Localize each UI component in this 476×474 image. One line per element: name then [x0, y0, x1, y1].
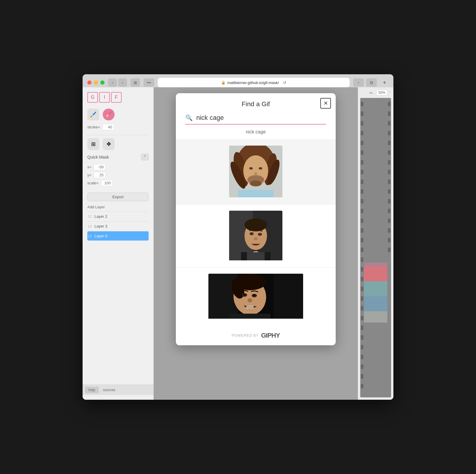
gif-1-image — [229, 146, 282, 197]
reload-icon: ↺ — [283, 80, 286, 85]
svg-rect-65 — [361, 365, 363, 369]
sidebar-icon: ⊞ — [134, 80, 137, 85]
svg-rect-43 — [361, 150, 363, 155]
svg-rect-26 — [274, 274, 303, 319]
new-tab-button[interactable]: + — [380, 78, 389, 87]
traffic-lights — [87, 80, 104, 85]
add-layer-button[interactable]: Add Layer — [87, 205, 149, 209]
svg-rect-47 — [361, 189, 363, 194]
svg-rect-76 — [388, 180, 390, 184]
layer-grip-3 — [89, 225, 92, 228]
modal-close-button[interactable]: ✕ — [320, 98, 331, 109]
width-dropdown-icon: ⌃ — [389, 91, 391, 94]
svg-rect-40 — [361, 121, 363, 125]
export-button[interactable]: Export — [87, 193, 149, 201]
search-input[interactable] — [196, 114, 326, 122]
stroke-value[interactable]: 40 — [102, 124, 114, 130]
gif-item-1[interactable] — [176, 139, 336, 204]
grid-tool[interactable]: ⊞ — [87, 138, 99, 150]
svg-rect-88 — [364, 311, 387, 323]
powered-by-section: POWERED BY GIPHY — [176, 326, 336, 345]
scale-value[interactable]: 100 — [101, 180, 113, 186]
svg-point-33 — [253, 294, 255, 296]
x-row: x= -59 — [87, 164, 149, 170]
svg-rect-35 — [246, 306, 254, 309]
svg-rect-74 — [388, 160, 390, 165]
svg-rect-52 — [361, 238, 363, 242]
tabs-icon: ••• — [147, 80, 151, 85]
layer-item-0[interactable]: Layer 0 — [87, 231, 149, 241]
svg-rect-57 — [361, 287, 363, 291]
svg-rect-53 — [361, 248, 363, 252]
sidebar-toggle-button[interactable]: ⊞ — [131, 78, 140, 87]
svg-rect-50 — [361, 218, 363, 223]
gif-item-2[interactable] — [176, 204, 336, 267]
svg-point-19 — [258, 233, 262, 236]
app-main: Find a Gif ✕ 🔍 nick cage — [154, 87, 358, 400]
y-label: y= — [87, 173, 91, 177]
y-row: y= 25 — [87, 172, 149, 178]
address-bar[interactable]: 🔒 mattbierner.github.io/gif-mask/ ↺ — [158, 78, 350, 87]
svg-rect-80 — [388, 218, 390, 223]
back-icon: ‹ — [112, 80, 113, 85]
layer-0-label: Layer 0 — [94, 234, 107, 238]
eraser-tool[interactable]: 🧹 — [103, 109, 115, 120]
svg-rect-60 — [361, 316, 363, 320]
search-suggestion[interactable]: nick cage — [185, 129, 326, 135]
width-value[interactable]: 50% — [376, 90, 387, 96]
close-icon: ✕ — [324, 100, 328, 107]
svg-rect-73 — [388, 150, 390, 155]
svg-rect-38 — [361, 102, 363, 106]
svg-rect-51 — [361, 228, 363, 233]
svg-rect-63 — [361, 345, 363, 349]
svg-rect-78 — [388, 199, 390, 204]
move-tool[interactable]: ✥ — [103, 138, 115, 150]
close-button[interactable] — [87, 80, 91, 85]
layer-2-label: Layer 2 — [94, 214, 107, 219]
svg-rect-44 — [361, 160, 363, 165]
svg-rect-45 — [361, 170, 363, 174]
minimize-button[interactable] — [94, 80, 98, 85]
svg-rect-72 — [388, 141, 390, 145]
forward-button[interactable]: › — [118, 78, 127, 87]
gif-placeholder-3 — [208, 274, 303, 320]
svg-point-18 — [250, 232, 254, 235]
back-button[interactable]: ‹ — [108, 78, 117, 87]
quick-mask-dropdown[interactable]: ⌃ — [141, 154, 149, 160]
new-window-button[interactable]: ⧉ — [366, 78, 377, 87]
x-value[interactable]: -59 — [94, 164, 106, 170]
sources-tab[interactable]: sources — [99, 387, 119, 393]
svg-rect-37 — [360, 98, 391, 397]
svg-rect-81 — [388, 228, 390, 233]
svg-rect-13 — [238, 190, 274, 197]
modal-overlay[interactable]: Find a Gif ✕ 🔍 nick cage — [154, 87, 358, 400]
svg-rect-70 — [388, 121, 390, 125]
powered-by-text: POWERED BY — [232, 333, 259, 338]
layer-item-3[interactable]: Layer 3 — [87, 221, 149, 231]
browser-chrome: ‹ › ⊞ ••• 🔒 mattbierner.github.io/gif-ma… — [83, 74, 393, 87]
svg-rect-75 — [388, 170, 390, 174]
tabs-button[interactable]: ••• — [144, 78, 154, 87]
help-tab[interactable]: help — [85, 387, 99, 393]
width-control: wi... 50% ⌃ — [360, 90, 391, 96]
layer-item-2[interactable]: Layer 2 — [87, 212, 149, 221]
svg-rect-62 — [361, 335, 363, 340]
y-value[interactable]: 25 — [94, 172, 106, 178]
brush-tool[interactable]: 🖌️ — [87, 109, 99, 120]
lock-icon: 🔒 — [221, 80, 226, 85]
svg-rect-23 — [247, 252, 265, 260]
nav-buttons: ‹ › — [108, 78, 127, 87]
url-text: mattbierner.github.io/gif-mask/ — [227, 80, 279, 85]
maximize-button[interactable] — [100, 80, 104, 85]
svg-point-34 — [247, 298, 252, 302]
gif-item-3[interactable] — [176, 267, 336, 326]
share-button[interactable]: ↑ — [353, 78, 364, 87]
svg-rect-85 — [364, 266, 387, 281]
svg-rect-69 — [388, 112, 390, 116]
width-label: wi... — [369, 91, 375, 94]
svg-rect-59 — [361, 306, 363, 310]
quick-mask-row: Quick Mask ⌃ — [87, 154, 149, 160]
svg-point-8 — [249, 167, 253, 170]
svg-rect-83 — [388, 248, 390, 252]
layer-3-label: Layer 3 — [94, 224, 107, 228]
